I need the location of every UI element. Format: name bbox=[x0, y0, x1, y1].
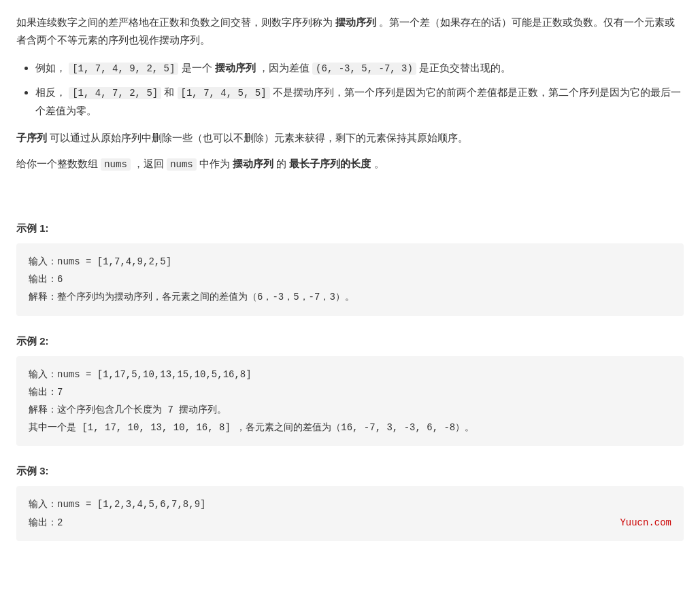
example-2-output-value: 7 bbox=[57, 387, 63, 398]
example-3-block: 输入：nums = [1,2,3,4,5,6,7,8,9] 输出：2 Yuucn… bbox=[16, 486, 684, 540]
example-2-input: 输入：nums = [1,17,5,10,13,15,10,5,16,8] bbox=[29, 366, 671, 383]
example-3-output-label: 输出： bbox=[29, 517, 57, 527]
task-description: 给你一个整数数组 nums ，返回 nums 中作为 摆动序列 的 最长子序列的… bbox=[16, 155, 684, 173]
example-3-output: 输出：2 bbox=[29, 514, 671, 532]
example-1-output-value: 6 bbox=[57, 274, 63, 285]
example-2-output-label: 输出： bbox=[29, 386, 57, 397]
example-2-output: 输出：7 bbox=[29, 383, 671, 401]
intro-paragraph-1: 如果连续数字之间的差严格地在正数和负数之间交替，则数字序列称为 摆动序列 。第一… bbox=[16, 14, 684, 50]
bullet-item-2: 相反， [1, 4, 7, 2, 5] 和 [1, 7, 4, 5, 5] 不是… bbox=[35, 84, 684, 120]
example-2-input-value: nums = [1,17,5,10,13,15,10,5,16,8] bbox=[57, 369, 252, 380]
example-1-input-label: 输入： bbox=[29, 256, 57, 266]
code-inline-3: [1, 4, 7, 2, 5] bbox=[69, 87, 161, 99]
code-inline-4: [1, 7, 4, 5, 5] bbox=[178, 87, 270, 99]
example-1-output: 输出：6 bbox=[29, 271, 671, 288]
example-2-title: 示例 2: bbox=[16, 332, 684, 350]
example-1-block: 输入：nums = [1,7,4,9,2,5] 输出：6 解释：整个序列均为摆动… bbox=[16, 243, 684, 316]
example-2-explain-label: 解释： bbox=[29, 404, 57, 415]
example-1-explain: 解释：整个序列均为摆动序列，各元素之间的差值为（6，-3，5，-7，3）。 bbox=[29, 288, 671, 306]
bullet-item-1: 例如， [1, 7, 4, 9, 2, 5] 是一个 摆动序列 ，因为差值 (6… bbox=[35, 59, 684, 77]
example-1-title: 示例 1: bbox=[16, 220, 684, 237]
code-inline-2: (6, -3, 5, -7, 3) bbox=[312, 63, 416, 75]
example-3-input-label: 输入： bbox=[29, 498, 57, 509]
example-1-output-label: 输出： bbox=[29, 273, 57, 284]
example-2-block: 输入：nums = [1,17,5,10,13,15,10,5,16,8] 输出… bbox=[16, 356, 684, 446]
term-wiggle: 摆动序列 bbox=[335, 16, 376, 28]
code-nums-1: nums bbox=[101, 158, 131, 171]
example-3-title: 示例 3: bbox=[16, 462, 684, 480]
example-1-input-value: nums = [1,7,4,9,2,5] bbox=[57, 256, 171, 267]
example-2-explain: 解释：这个序列包含几个长度为 7 摆动序列。 bbox=[29, 401, 671, 419]
code-inline-1: [1, 7, 4, 9, 2, 5] bbox=[69, 63, 178, 75]
bullet-list: 例如， [1, 7, 4, 9, 2, 5] 是一个 摆动序列 ，因为差值 (6… bbox=[35, 59, 684, 120]
example-2-extra: 其中一个是 [1, 17, 10, 13, 10, 16, 8] ，各元素之间的… bbox=[29, 419, 671, 436]
subsequence-definition: 子序列 可以通过从原始序列中删除一些（也可以不删除）元素来获得，剩下的元素保持其… bbox=[16, 129, 684, 147]
example-1-explain-label: 解释： bbox=[29, 291, 57, 302]
code-nums-2: nums bbox=[167, 158, 197, 171]
example-3-input: 输入：nums = [1,2,3,4,5,6,7,8,9] bbox=[29, 496, 671, 513]
example-2-explain-value: 这个序列包含几个长度为 7 摆动序列。 bbox=[57, 404, 227, 415]
example-3-output-value: 2 bbox=[57, 517, 63, 528]
example-1-explain-value: 整个序列均为摆动序列，各元素之间的差值为（6，-3，5，-7，3）。 bbox=[57, 292, 354, 302]
example-2-input-label: 输入： bbox=[29, 368, 57, 379]
watermark: Yuucn.com bbox=[620, 515, 671, 532]
example-3-input-value: nums = [1,2,3,4,5,6,7,8,9] bbox=[57, 499, 205, 510]
example-1-input: 输入：nums = [1,7,4,9,2,5] bbox=[29, 253, 671, 271]
